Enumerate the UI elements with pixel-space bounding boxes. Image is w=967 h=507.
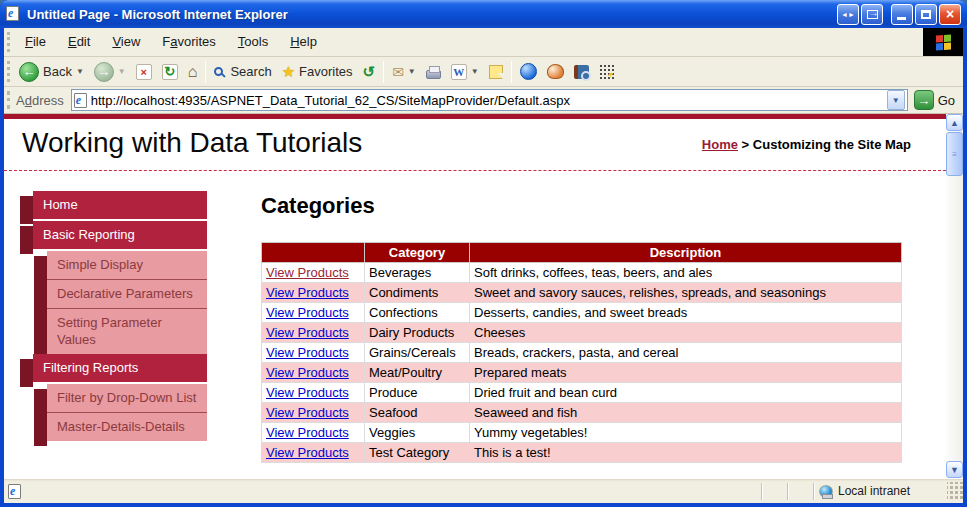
menu-item-favorites[interactable]: Favorites	[151, 28, 226, 56]
edit-dropdown-icon[interactable]: ▼	[471, 67, 479, 76]
category-cell: Dairy Products	[365, 323, 470, 343]
favorites-button[interactable]: ★ Favorites	[277, 59, 358, 85]
sidebar-item[interactable]: Master-Details-Details	[34, 413, 207, 441]
sidebar-item[interactable]: Setting Parameter Values	[34, 309, 207, 354]
close-button[interactable]: ×	[939, 4, 961, 25]
view-products-link[interactable]: View Products	[266, 325, 349, 340]
forward-arrow-icon: →	[94, 62, 114, 82]
header-link-col	[262, 243, 365, 263]
forward-button[interactable]: → ▼	[89, 59, 131, 85]
search-label: Search	[230, 64, 271, 79]
dev-grid-button[interactable]	[594, 59, 620, 85]
resize-grip[interactable]	[947, 482, 963, 501]
resize-toggle-button[interactable]: ◄►	[837, 4, 859, 25]
view-products-link[interactable]: View Products	[266, 305, 349, 320]
view-products-link[interactable]: View Products	[266, 265, 349, 280]
category-cell: Confections	[365, 303, 470, 323]
stop-button[interactable]: ×	[131, 59, 157, 85]
page-body: HomeBasic ReportingSimple DisplayDeclara…	[4, 171, 946, 478]
table-header-row: Category Description	[262, 243, 902, 263]
toolbar-drag-handle[interactable]	[7, 61, 10, 81]
menu-item-file[interactable]: File	[14, 28, 57, 56]
view-products-link[interactable]: View Products	[266, 345, 349, 360]
research-book-icon	[574, 65, 589, 79]
description-cell: Desserts, candies, and sweet breads	[470, 303, 902, 323]
breadcrumb-home-link[interactable]: Home	[702, 137, 738, 152]
sidebar-nav: HomeBasic ReportingSimple DisplayDeclara…	[20, 191, 207, 441]
view-products-link[interactable]: View Products	[266, 385, 349, 400]
home-button[interactable]: ⌂	[183, 59, 203, 85]
title-bar: Untitled Page - Microsoft Internet Explo…	[0, 0, 967, 28]
status-pane	[789, 482, 813, 501]
detach-button[interactable]	[861, 4, 883, 25]
research-button[interactable]	[569, 59, 594, 85]
sidebar-item-label: Declarative Parameters	[47, 280, 207, 309]
sidebar-item[interactable]: Simple Display	[34, 251, 207, 280]
local-intranet-icon	[819, 485, 833, 498]
mail-dropdown-icon[interactable]: ▼	[408, 67, 416, 76]
history-button[interactable]: ↺	[358, 59, 381, 85]
category-cell: Test Category	[365, 443, 470, 463]
go-button[interactable]: → Go	[908, 90, 963, 110]
address-url[interactable]: http://localhost:4935/ASPNET_Data_Tutori…	[91, 93, 883, 108]
sidebar-item[interactable]: Filter by Drop-Down List	[34, 384, 207, 413]
windows-logo	[923, 28, 963, 56]
go-arrow-icon: →	[914, 90, 934, 110]
sidebar-item-label: Home	[33, 191, 207, 219]
breadcrumb-current: Customizing the Site Map	[753, 137, 911, 152]
view-products-link[interactable]: View Products	[266, 285, 349, 300]
menu-drag-handle[interactable]	[7, 32, 10, 52]
vertical-scrollbar[interactable]: ▲ ≡ ▼	[946, 114, 963, 478]
minimize-button[interactable]	[891, 4, 913, 25]
scrollbar-thumb[interactable]: ≡	[946, 132, 963, 176]
view-products-link[interactable]: View Products	[266, 405, 349, 420]
menu-item-edit[interactable]: Edit	[57, 28, 101, 56]
menu-item-tools[interactable]: Tools	[227, 28, 279, 56]
edit-with-word-button[interactable]: W ▼	[446, 59, 484, 85]
close-icon: ×	[946, 7, 954, 21]
breadcrumb-separator: >	[742, 137, 750, 152]
scroll-down-button[interactable]: ▼	[946, 461, 963, 478]
grid-tool-icon	[599, 64, 615, 80]
table-row: View ProductsCondimentsSweet and savory …	[262, 283, 902, 303]
menu-bar: FileEditViewFavoritesToolsHelp	[4, 28, 963, 57]
refresh-button[interactable]: ↻	[157, 59, 183, 85]
view-products-link[interactable]: View Products	[266, 445, 349, 460]
menu-item-view[interactable]: View	[101, 28, 151, 56]
description-cell: Breads, crackers, pasta, and cereal	[470, 343, 902, 363]
search-button[interactable]: Search	[209, 59, 276, 85]
print-button[interactable]	[421, 59, 446, 85]
sidebar-item[interactable]: Declarative Parameters	[34, 280, 207, 309]
back-dropdown-icon[interactable]: ▼	[76, 67, 84, 76]
minimize-icon	[897, 17, 906, 20]
table-row: View ProductsDairy ProductsCheeses	[262, 323, 902, 343]
sidebar-item[interactable]: Basic Reporting	[20, 221, 207, 249]
discuss-button[interactable]	[484, 59, 508, 85]
status-main-pane	[4, 482, 761, 501]
maximize-button[interactable]	[915, 4, 937, 25]
mail-button[interactable]: ✉ ▼	[387, 59, 421, 85]
table-row: View ProductsProduceDried fruit and bean…	[262, 383, 902, 403]
address-input[interactable]: http://localhost:4935/ASPNET_Data_Tutori…	[71, 89, 908, 111]
addon-button[interactable]	[542, 59, 569, 85]
sidebar-item[interactable]: Filtering Reports	[20, 354, 207, 382]
forward-dropdown-icon: ▼	[118, 67, 126, 76]
scroll-up-button[interactable]: ▲	[946, 114, 963, 131]
category-cell: Grains/Cereals	[365, 343, 470, 363]
table-row: View ProductsBeveragesSoft drinks, coffe…	[262, 263, 902, 283]
address-dropdown-button[interactable]: ▼	[887, 90, 905, 110]
table-row: View ProductsSeafoodSeaweed and fish	[262, 403, 902, 423]
sidebar-item[interactable]: Home	[20, 191, 207, 219]
status-pane	[763, 482, 787, 501]
view-products-link[interactable]: View Products	[266, 365, 349, 380]
view-products-link[interactable]: View Products	[266, 425, 349, 440]
address-drag-handle[interactable]	[7, 91, 10, 109]
sidebar-item-label: Master-Details-Details	[47, 413, 207, 441]
home-icon: ⌂	[188, 63, 198, 81]
description-cell: Soft drinks, coffees, teas, beers, and a…	[470, 263, 902, 283]
back-label: Back	[43, 64, 72, 79]
messenger-button[interactable]	[515, 59, 542, 85]
category-cell: Produce	[365, 383, 470, 403]
back-button[interactable]: ← Back ▼	[14, 59, 89, 85]
menu-item-help[interactable]: Help	[279, 28, 328, 56]
